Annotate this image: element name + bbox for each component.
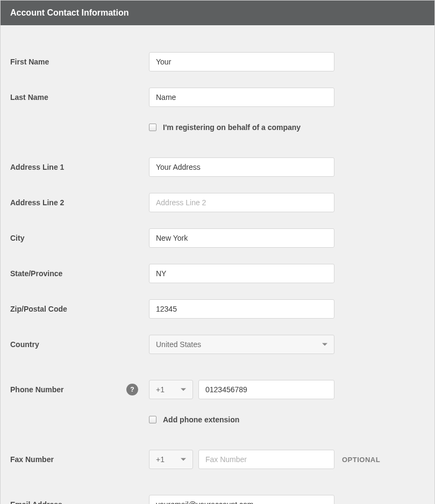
chevron-down-icon: [181, 388, 186, 391]
help-icon[interactable]: ?: [126, 384, 138, 395]
company-checkbox-label: I'm registering on behalf of a company: [163, 123, 301, 132]
panel-header: Account Contact Information: [1, 1, 434, 25]
account-contact-panel: Account Contact Information First Name L…: [0, 0, 435, 504]
email-input[interactable]: [149, 495, 334, 504]
phone-label: Phone Number: [10, 385, 64, 394]
country-select[interactable]: United States: [149, 335, 334, 354]
email-label: Email Address: [10, 500, 62, 504]
phone-ext-label: Add phone extension: [163, 415, 239, 424]
address1-label: Address Line 1: [10, 163, 64, 171]
address2-input[interactable]: [149, 193, 334, 212]
company-checkbox[interactable]: [149, 124, 156, 131]
fax-label: Fax Number: [10, 455, 54, 464]
form-body: First Name Last Name I'm registering on …: [1, 25, 434, 504]
phone-dialcode-select[interactable]: +1: [149, 380, 193, 399]
state-input[interactable]: [149, 264, 334, 283]
fax-dialcode-select[interactable]: +1: [149, 450, 193, 469]
optional-badge: OPTIONAL: [342, 456, 380, 464]
phone-input[interactable]: [198, 380, 334, 399]
address2-label: Address Line 2: [10, 198, 64, 207]
country-label: Country: [10, 340, 39, 349]
chevron-down-icon: [181, 458, 186, 461]
first-name-input[interactable]: [149, 52, 334, 71]
chevron-down-icon: [322, 343, 327, 346]
city-input[interactable]: [149, 228, 334, 248]
fax-dialcode-value: +1: [156, 455, 165, 464]
state-label: State/Province: [10, 269, 62, 278]
country-select-value: United States: [156, 340, 201, 349]
phone-ext-checkbox[interactable]: [149, 416, 156, 423]
panel-title: Account Contact Information: [10, 8, 129, 17]
last-name-input[interactable]: [149, 88, 334, 107]
city-label: City: [10, 234, 24, 242]
first-name-label: First Name: [10, 57, 49, 66]
last-name-label: Last Name: [10, 93, 48, 102]
zip-label: Zip/Postal Code: [10, 305, 67, 313]
fax-input[interactable]: [198, 450, 334, 469]
address1-input[interactable]: [149, 157, 334, 177]
phone-dialcode-value: +1: [156, 385, 165, 394]
zip-input[interactable]: [149, 299, 334, 319]
